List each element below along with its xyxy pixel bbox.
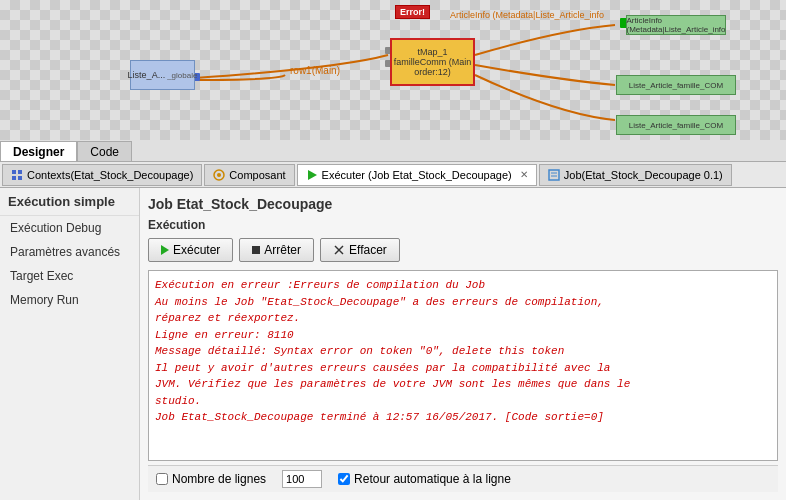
svg-rect-9: [18, 176, 22, 180]
node-output1[interactable]: ArticleInfo (Metadata|Liste_Article_info: [626, 15, 726, 35]
main-tab-bar: Designer Code: [0, 140, 786, 162]
tab-executer[interactable]: Exécuter (Job Etat_Stock_Decoupage) ✕: [297, 164, 537, 186]
tab-job-label: Job(Etat_Stock_Decoupage 0.1): [564, 169, 723, 181]
node-liste[interactable]: Liste_A... _globale: [130, 60, 195, 90]
execute-button[interactable]: Exécuter: [148, 238, 233, 262]
left-panel: Exécution simple Exécution Debug Paramèt…: [0, 188, 140, 500]
play-icon: [161, 245, 169, 255]
tab-executer-close[interactable]: ✕: [520, 169, 528, 180]
tab-code[interactable]: Code: [77, 141, 132, 161]
stop-button[interactable]: Arrêter: [239, 238, 314, 262]
console-text: Exécution en erreur :Erreurs de compilat…: [155, 277, 771, 426]
tab-composant-label: Composant: [229, 169, 285, 181]
tab-designer[interactable]: Designer: [0, 141, 77, 161]
menu-memory-run[interactable]: Memory Run: [0, 288, 139, 312]
button-row: Exécuter Arrêter Effacer: [148, 238, 778, 262]
svg-rect-7: [18, 170, 22, 174]
clear-icon: [333, 244, 345, 256]
grid-icon: [11, 169, 23, 181]
job-icon: [548, 169, 560, 181]
right-content: Job Etat_Stock_Decoupage Exécution Exécu…: [140, 188, 786, 500]
nombre-lignes-checkbox[interactable]: [156, 473, 168, 485]
bottom-bar: Nombre de lignes Retour automatique à la…: [148, 465, 778, 492]
nombre-lignes-label: Nombre de lignes: [172, 472, 266, 486]
svg-rect-8: [12, 176, 16, 180]
tab-composant[interactable]: Composant: [204, 164, 294, 186]
label-article-info: ArticleInfo (Metadata|Liste_Article_info: [450, 10, 604, 20]
page-title: Job Etat_Stock_Decoupage: [148, 196, 778, 212]
svg-point-11: [217, 173, 221, 177]
svg-marker-12: [308, 170, 317, 180]
play-icon: [306, 169, 318, 181]
svg-rect-6: [12, 170, 16, 174]
component-icon: [213, 169, 225, 181]
execute-label: Exécuter: [173, 243, 220, 257]
section-execution-title: Exécution: [148, 218, 778, 232]
retour-ligne-checkbox[interactable]: [338, 473, 350, 485]
menu-target-exec[interactable]: Target Exec: [0, 264, 139, 288]
panel-title: Exécution simple: [0, 188, 139, 216]
secondary-tab-bar: Contexts(Etat_Stock_Decoupage) Composant…: [0, 162, 786, 188]
retour-ligne-group: Retour automatique à la ligne: [338, 472, 511, 486]
svg-rect-13: [549, 170, 559, 180]
canvas-area: row1(Main) Liste_A... _globale Error! tM…: [0, 0, 786, 140]
node-tmap[interactable]: tMap_1 familleComm (Main order:12): [390, 38, 475, 86]
stop-icon: [252, 246, 260, 254]
menu-params-avances[interactable]: Paramètres avancés: [0, 240, 139, 264]
tab-executer-label: Exécuter (Job Etat_Stock_Decoupage): [322, 169, 512, 181]
lines-input[interactable]: [282, 470, 322, 488]
clear-label: Effacer: [349, 243, 387, 257]
clear-button[interactable]: Effacer: [320, 238, 400, 262]
main-content: Exécution simple Exécution Debug Paramèt…: [0, 188, 786, 500]
tab-contexts[interactable]: Contexts(Etat_Stock_Decoupage): [2, 164, 202, 186]
tab-job[interactable]: Job(Etat_Stock_Decoupage 0.1): [539, 164, 732, 186]
menu-execution-debug[interactable]: Exécution Debug: [0, 216, 139, 240]
error-badge: Error!: [395, 5, 430, 19]
retour-ligne-label: Retour automatique à la ligne: [354, 472, 511, 486]
tab-contexts-label: Contexts(Etat_Stock_Decoupage): [27, 169, 193, 181]
node-output3[interactable]: Liste_Article_famille_COM: [616, 115, 736, 135]
console-output: Exécution en erreur :Erreurs de compilat…: [148, 270, 778, 461]
node-output2[interactable]: Liste_Article_famille_COM: [616, 75, 736, 95]
stop-label: Arrêter: [264, 243, 301, 257]
nombre-lignes-group: Nombre de lignes: [156, 472, 266, 486]
label-row1: row1(Main): [290, 65, 340, 76]
